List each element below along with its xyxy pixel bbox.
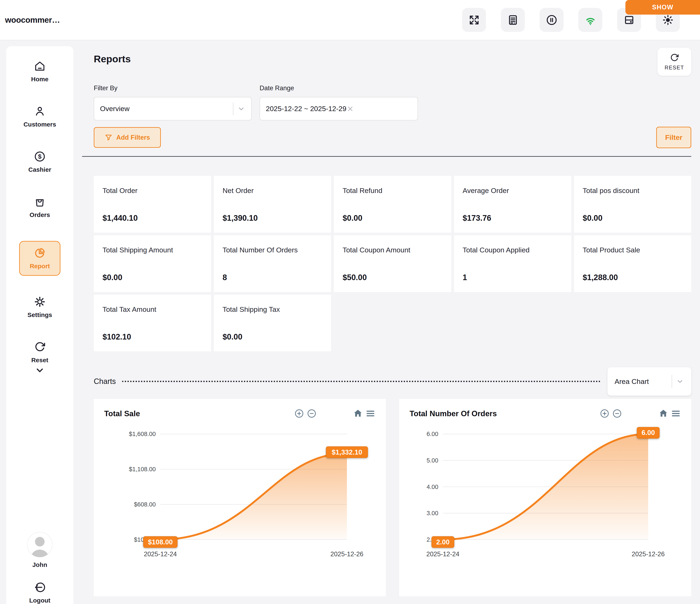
stat-card: Total Shipping Amount $0.00 (94, 235, 211, 292)
svg-text:$1,608.00: $1,608.00 (129, 431, 156, 437)
svg-text:5.00: 5.00 (426, 457, 438, 464)
filter-by-value: Overview (100, 105, 130, 113)
main-content: Reports RESET Filter By Overview Date Ra… (73, 40, 700, 604)
register-report-icon (507, 14, 519, 26)
dollar-circle-icon: $ (34, 150, 46, 163)
reset-zoom-home-button[interactable] (353, 409, 363, 418)
stat-card: Average Order $173.76 (454, 176, 571, 233)
sidebar-item-label: Home (31, 76, 48, 83)
zoom-out-button[interactable] (612, 409, 622, 418)
sidebar-item-label: Orders (30, 211, 50, 218)
zoom-in-button[interactable] (294, 409, 304, 418)
chart-toolbar (294, 409, 375, 418)
cash-drawer-icon (623, 14, 635, 26)
sidebar-item-label: Cashier (28, 166, 51, 173)
date-range-input[interactable]: 2025-12-22 ~ 2025-12-29 (259, 97, 418, 120)
stats-grid: Total Order $1,440.10 Net Order $1,390.1… (94, 176, 691, 352)
stat-card-value: 8 (223, 273, 322, 282)
show-badge[interactable]: SHOW (625, 0, 700, 15)
stat-card-label: Total Coupon Amount (343, 244, 442, 256)
total-sale-chart-card: Total Sale $1,608.00$1,108.00$608.00$108… (94, 399, 386, 596)
svg-text:2025-12-26: 2025-12-26 (330, 551, 363, 558)
chart-menu-button[interactable] (671, 409, 681, 418)
stat-card: Total Shipping Tax $0.00 (214, 295, 331, 352)
stat-card-label: Total Refund (343, 185, 442, 196)
svg-text:6.00: 6.00 (642, 429, 655, 436)
svg-text:$: $ (38, 153, 42, 160)
chart-type-select[interactable]: Area Chart (607, 367, 691, 395)
svg-text:4.00: 4.00 (426, 484, 438, 490)
svg-text:$608.00: $608.00 (134, 501, 156, 508)
chevron-down-icon (676, 377, 684, 386)
stat-card: Total Number Of Orders 8 (214, 235, 331, 292)
svg-text:2.00: 2.00 (436, 538, 450, 546)
fullscreen-icon (468, 14, 480, 26)
stat-card-value: $1,440.10 (102, 214, 202, 223)
sidebar-item-home[interactable]: Home (31, 60, 48, 83)
sidebar-item-cashier[interactable]: $ Cashier (28, 150, 51, 173)
stat-card-value: $1,288.00 (583, 273, 682, 282)
filter-by-select[interactable]: Overview (94, 97, 252, 120)
svg-text:$108.00: $108.00 (148, 538, 173, 546)
stat-card: Total pos discount $0.00 (574, 176, 691, 233)
charts-section-label: Charts (94, 377, 116, 386)
top-bar: woocommer… (0, 0, 700, 40)
clear-date-icon[interactable] (347, 105, 354, 113)
zoom-out-button[interactable] (307, 409, 317, 418)
sidebar-item-customers[interactable]: Customers (24, 105, 56, 128)
total-sale-chart[interactable]: $1,608.00$1,108.00$608.00$108.002025-12-… (104, 421, 375, 572)
stat-card: Net Order $1,390.10 (214, 176, 331, 233)
fullscreen-button[interactable] (462, 8, 486, 32)
sidebar-item-label: Report (30, 263, 50, 270)
filter-button[interactable]: Filter (656, 127, 691, 148)
pause-button[interactable] (540, 8, 564, 32)
app-title: woocommer… (5, 16, 60, 25)
zoom-in-button[interactable] (600, 409, 609, 418)
stat-card: Total Order $1,440.10 (94, 176, 211, 233)
dotted-divider (122, 381, 601, 382)
reset-zoom-home-button[interactable] (658, 409, 668, 418)
stat-card: Total Refund $0.00 (334, 176, 451, 233)
sidebar-item-report[interactable]: Report (19, 241, 60, 276)
sidebar-item-settings[interactable]: Settings (27, 296, 52, 318)
sidebar-item-label: Settings (27, 311, 52, 318)
stat-card-value: $50.00 (343, 273, 442, 282)
select-divider (672, 375, 672, 388)
avatar[interactable] (27, 532, 53, 557)
user-name: John (32, 561, 47, 569)
register-report-button[interactable] (501, 8, 525, 32)
stat-card-label: Total Coupon Applied (463, 244, 562, 256)
svg-text:3.00: 3.00 (426, 510, 438, 516)
filter-button-label: Filter (665, 134, 682, 142)
select-divider (233, 102, 233, 115)
logout-button[interactable]: Logout (29, 581, 50, 604)
stat-card-label: Total Order (102, 185, 202, 196)
wifi-icon (584, 14, 596, 26)
stat-card-value: 1 (463, 273, 562, 282)
reset-page-button[interactable]: RESET (657, 48, 691, 76)
stat-card-label: Total Shipping Amount (102, 244, 202, 256)
stat-card-label: Total Product Sale (583, 244, 682, 256)
stat-card-value: $102.10 (102, 333, 202, 341)
stat-card-label: Average Order (463, 185, 562, 196)
add-filters-label: Add Filters (116, 134, 150, 141)
svg-text:2025-12-26: 2025-12-26 (632, 551, 665, 558)
sidebar-item-reset[interactable]: Reset (31, 341, 48, 377)
stat-card-value: $173.76 (463, 214, 562, 223)
sidebar-item-label: Customers (24, 121, 56, 128)
stat-card: Total Tax Amount $102.10 (94, 295, 211, 352)
stat-card: Total Coupon Amount $50.00 (334, 235, 451, 292)
svg-text:$1,108.00: $1,108.00 (129, 466, 156, 473)
reset-icon (670, 53, 679, 63)
add-filters-button[interactable]: Add Filters (94, 127, 161, 148)
chart-menu-button[interactable] (366, 409, 375, 418)
stat-card: Total Product Sale $1,288.00 (574, 235, 691, 292)
sidebar-item-orders[interactable]: Orders (30, 196, 50, 218)
home-icon (34, 60, 46, 72)
total-orders-chart[interactable]: 6.005.004.003.002.002025-12-242025-12-26… (409, 421, 681, 572)
svg-text:2025-12-24: 2025-12-24 (426, 551, 459, 558)
wifi-status-button[interactable] (578, 8, 602, 32)
chevron-down-icon (237, 105, 245, 113)
filter-by-label: Filter By (94, 84, 252, 92)
stat-card-value: $0.00 (223, 333, 322, 341)
